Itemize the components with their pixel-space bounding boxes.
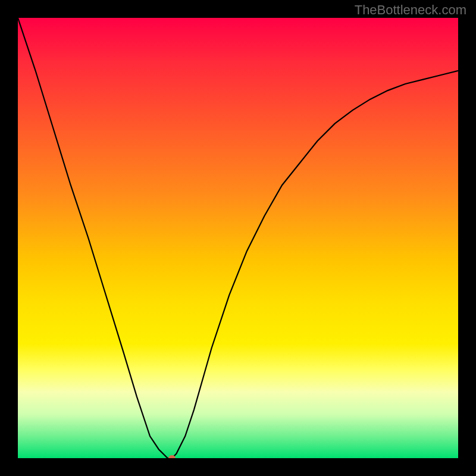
chart-svg bbox=[18, 18, 458, 458]
bottleneck-curve bbox=[18, 18, 458, 458]
watermark-label: TheBottleneck.com bbox=[355, 2, 466, 18]
chart-plot-area bbox=[18, 18, 458, 458]
